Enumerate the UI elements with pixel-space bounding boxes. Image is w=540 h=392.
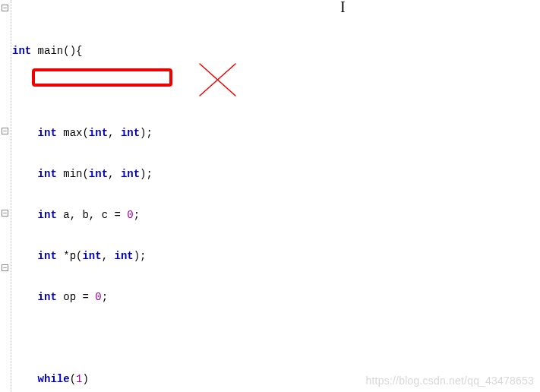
code-line: int max(int, int); xyxy=(12,126,540,140)
text-caret-icon: I xyxy=(340,0,346,14)
fold-icon[interactable]: − xyxy=(2,264,8,271)
code-line: int main(){ xyxy=(12,44,540,58)
code-line: int *p(int, int); xyxy=(12,249,540,263)
code-line: int op = 0; xyxy=(12,290,540,304)
code-line: int min(int, int); xyxy=(12,167,540,181)
code-editor: − int main(){ int max(int, int); int min… xyxy=(0,0,540,392)
code-line xyxy=(12,331,540,345)
fold-icon[interactable]: − xyxy=(2,5,8,11)
watermark-text: https://blog.csdn.net/qq_43478653 xyxy=(366,374,534,387)
code-line: int a, b, c = 0; xyxy=(12,208,540,222)
fold-icon[interactable]: − xyxy=(2,128,8,134)
code-line xyxy=(12,85,540,99)
annotation-highlight-box xyxy=(32,68,172,87)
annotation-x-mark-icon xyxy=(194,58,247,103)
fold-icon[interactable]: − xyxy=(2,210,8,217)
